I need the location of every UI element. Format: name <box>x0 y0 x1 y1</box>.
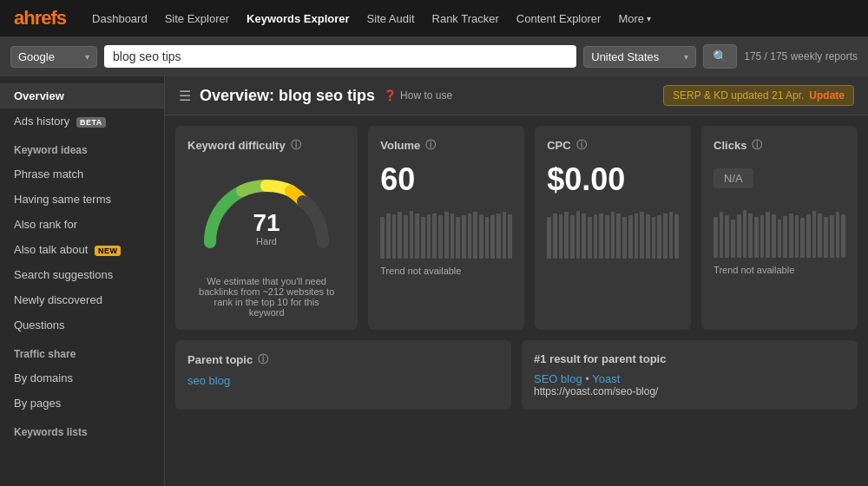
trend-bar <box>778 220 782 258</box>
trend-bar <box>432 213 437 259</box>
sidebar-item-questions[interactable]: Questions <box>0 312 164 338</box>
parent-topic-link[interactable]: seo blog <box>187 374 230 387</box>
trend-bar <box>830 215 834 258</box>
engine-label: Google <box>18 50 55 63</box>
trend-bar <box>404 215 408 259</box>
cpc-help-icon[interactable]: ⓘ <box>576 138 587 153</box>
sidebar: Overview Ads history BETA Keyword ideas … <box>0 76 165 486</box>
sidebar-item-having-same-terms[interactable]: Having same terms <box>0 187 164 212</box>
sidebar-item-also-rank-for[interactable]: Also rank for <box>0 212 164 237</box>
country-select[interactable]: United States <box>583 46 696 68</box>
parent-topic-title: Parent topic ⓘ <box>187 352 499 367</box>
trend-bar <box>605 215 609 259</box>
sidebar-item-also-talk-about[interactable]: Also talk about NEW <box>0 237 164 262</box>
svg-text:Hard: Hard <box>256 236 277 246</box>
sidebar-item-ads-history[interactable]: Ads history BETA <box>0 108 164 134</box>
parent-topic-help-icon[interactable]: ⓘ <box>258 352 268 367</box>
clicks-help-icon[interactable]: ⓘ <box>752 138 762 153</box>
clicks-card: Clicks ⓘ N/A Trend not available <box>701 126 858 330</box>
sidebar-item-search-suggestions[interactable]: Search suggestions <box>0 262 164 287</box>
volume-help-icon[interactable]: ⓘ <box>425 138 436 153</box>
logo-text: hrefs <box>23 7 66 29</box>
trend-bar <box>628 215 633 259</box>
top-result-label: #1 result for parent topic <box>534 352 666 365</box>
volume-value: 60 <box>380 161 512 198</box>
trend-bar <box>462 215 466 259</box>
nav-site-explorer[interactable]: Site Explorer <box>165 12 229 25</box>
trend-bar <box>508 214 512 259</box>
sidebar-item-by-domains[interactable]: By domains <box>0 365 164 391</box>
main-content: ☰ Overview: blog seo tips ❓ How to use S… <box>165 76 868 486</box>
sidebar-item-phrase-match[interactable]: Phrase match <box>0 161 164 187</box>
trend-bar <box>582 213 586 259</box>
trend-bar <box>731 220 735 258</box>
trend-bar <box>674 214 679 259</box>
kd-title: Keyword difficulty <box>187 139 286 152</box>
trend-bar <box>646 214 650 259</box>
ads-history-label: Ads history <box>14 115 69 128</box>
weekly-reports: 175 / 175 weekly reports <box>744 50 858 62</box>
trend-bar <box>485 217 490 259</box>
trend-bar <box>806 214 811 258</box>
trend-bar <box>635 213 639 259</box>
top-result-title: #1 result for parent topic <box>534 352 845 365</box>
trend-bar <box>616 213 621 259</box>
nav-dashboard[interactable]: Dashboard <box>92 12 148 25</box>
also-talk-badge: NEW <box>95 246 122 256</box>
nav-site-audit[interactable]: Site Audit <box>367 12 415 25</box>
search-engine-select[interactable]: Google <box>10 46 97 68</box>
trend-bar <box>392 214 397 259</box>
sidebar-item-by-pages[interactable]: By pages <box>0 391 164 416</box>
serp-badge: SERP & KD updated 21 Apr. Update <box>663 85 854 106</box>
nav-content-explorer[interactable]: Content Explorer <box>516 12 602 25</box>
trend-bar <box>427 214 431 259</box>
trend-bar <box>795 215 799 258</box>
cpc-trend-chart <box>547 207 679 259</box>
trend-bar <box>737 214 741 258</box>
search-input[interactable] <box>104 45 576 68</box>
logo[interactable]: ahrefs <box>14 7 66 30</box>
trend-bar <box>713 217 718 258</box>
trend-bar <box>576 211 581 259</box>
trend-bar <box>818 213 822 258</box>
trend-bar <box>564 212 569 259</box>
trend-bar <box>663 213 667 259</box>
trend-bar <box>386 213 391 259</box>
kd-help-icon[interactable]: ⓘ <box>291 138 301 153</box>
nav-rank-tracker[interactable]: Rank Tracker <box>432 12 499 25</box>
clicks-trend-note: Trend not available <box>713 265 845 275</box>
ads-history-badge: BETA <box>76 117 106 128</box>
trend-bar <box>720 212 724 258</box>
top-result-link1[interactable]: SEO blog <box>534 372 582 385</box>
trend-bar <box>438 215 443 259</box>
hamburger-icon[interactable]: ☰ <box>179 88 191 104</box>
trend-bar <box>599 213 603 259</box>
update-link[interactable]: Update <box>809 89 845 102</box>
help-link-label: How to use <box>400 89 452 102</box>
serp-text: SERP & KD updated 21 Apr. <box>673 89 804 102</box>
nav-keywords-explorer[interactable]: Keywords Explorer <box>247 12 350 25</box>
cpc-value: $0.00 <box>547 161 679 198</box>
gauge-svg: 71 Hard <box>197 168 336 255</box>
nav-more-menu[interactable]: More <box>618 12 651 25</box>
trend-bar <box>754 217 759 258</box>
trend-bar <box>743 210 747 258</box>
trend-bar <box>748 213 753 258</box>
top-result-link2[interactable]: Yoast <box>592 372 620 385</box>
sidebar-section-keywords-lists: Keywords lists <box>0 416 164 443</box>
sidebar-item-newly-discovered[interactable]: Newly discovered <box>0 287 164 312</box>
trend-bar <box>503 212 507 259</box>
trend-bar <box>421 217 425 259</box>
sidebar-item-overview[interactable]: Overview <box>0 83 164 108</box>
cpc-title: CPC <box>547 139 570 152</box>
how-to-use-link[interactable]: ❓ How to use <box>384 89 452 102</box>
trend-bar <box>398 212 402 259</box>
trend-bar <box>669 212 674 259</box>
clicks-title: Clicks <box>713 139 746 152</box>
page-header: ☰ Overview: blog seo tips ❓ How to use S… <box>165 76 868 115</box>
search-button[interactable]: 🔍 <box>703 44 737 69</box>
trend-bar <box>380 217 385 259</box>
sidebar-section-keyword-ideas: Keyword ideas <box>0 134 164 161</box>
trend-bar <box>836 212 840 258</box>
parent-topic-label: Parent topic <box>187 353 253 366</box>
